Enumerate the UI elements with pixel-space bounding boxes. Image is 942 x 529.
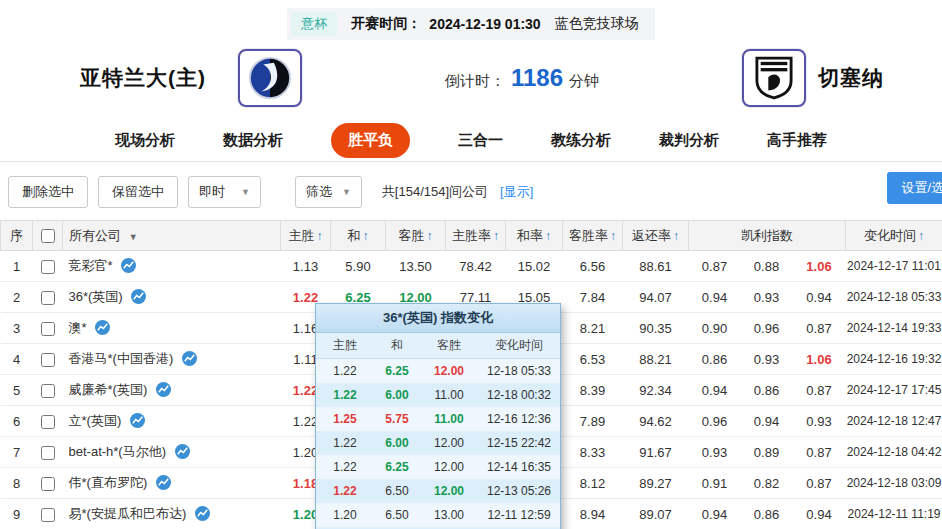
kelly-home: 0.86	[689, 344, 741, 375]
odds-trend-icon[interactable]	[182, 351, 197, 366]
sort-asc-icon[interactable]: ↑	[673, 229, 679, 243]
company-name[interactable]: 伟*(直布罗陀)	[69, 475, 148, 490]
change-time: 2024-12-14 19:33	[846, 313, 942, 344]
popup-home-odds: 1.20	[316, 508, 374, 522]
row-checkbox[interactable]	[41, 384, 55, 398]
odds-trend-icon[interactable]	[121, 258, 136, 273]
popup-home-odds: 1.22	[316, 364, 374, 378]
header-away-rate: 客胜率	[569, 228, 608, 243]
popup-row: 1.20 6.50 13.00 12-11 12:59	[316, 503, 560, 527]
nav-tab[interactable]: 裁判分析	[659, 131, 719, 150]
return-rate: 94.07	[623, 282, 689, 313]
popup-body: 1.22 6.25 12.00 12-18 05:33 1.22 6.00 11…	[316, 359, 560, 529]
company-name[interactable]: 36*(英国)	[69, 289, 123, 304]
away-side: 切塞纳	[742, 49, 884, 107]
return-rate: 90.35	[623, 313, 689, 344]
odds-toolbar: 删除选中 保留选中 即时 ▼ 筛选 ▼ 共[154/154]间公司 [显示] 设…	[0, 162, 942, 218]
company-name[interactable]: 立*(英国)	[69, 413, 122, 428]
return-rate: 88.21	[623, 344, 689, 375]
delete-selected-button[interactable]: 删除选中	[8, 176, 88, 208]
kelly-draw: 0.86	[741, 499, 793, 529]
change-time: 2024-12-17 17:45	[846, 375, 942, 406]
company-name[interactable]: 澳*	[69, 320, 87, 335]
sort-asc-icon[interactable]: ↑	[427, 229, 433, 243]
nav-tab[interactable]: 教练分析	[551, 131, 611, 150]
nav-tab[interactable]: 三合一	[458, 131, 503, 150]
popup-away-odds: 12.00	[420, 460, 478, 474]
filter-label: 筛选	[306, 183, 332, 201]
select-all-checkbox[interactable]	[41, 229, 55, 243]
row-checkbox[interactable]	[41, 415, 55, 429]
nav-tab[interactable]: 胜平负	[331, 123, 410, 158]
sort-asc-icon[interactable]: ↑	[610, 229, 616, 243]
row-checkbox[interactable]	[41, 446, 55, 460]
away-rate: 8.94	[563, 499, 623, 529]
header-draw: 和	[348, 228, 361, 243]
sort-asc-icon[interactable]: ↑	[493, 229, 499, 243]
popup-header-row: 主胜 和 客胜 变化时间	[316, 333, 560, 359]
kelly-home: 0.96	[689, 406, 741, 437]
row-checkbox[interactable]	[41, 322, 55, 336]
sort-asc-icon[interactable]: ↑	[363, 229, 369, 243]
away-rate: 8.39	[563, 375, 623, 406]
time-mode-dropdown[interactable]: 即时 ▼	[188, 176, 261, 208]
home-team-logo	[238, 49, 302, 107]
kelly-home: 0.91	[689, 468, 741, 499]
popup-change-time: 12-16 12:36	[478, 412, 560, 426]
kelly-away: 0.94	[793, 499, 846, 529]
sort-asc-icon[interactable]: ↑	[317, 229, 323, 243]
row-checkbox[interactable]	[41, 508, 55, 522]
nav-tab[interactable]: 数据分析	[223, 131, 283, 150]
nav-tab[interactable]: 高手推荐	[767, 131, 827, 150]
league-badge: 意杯	[291, 12, 337, 36]
kelly-home: 0.93	[689, 437, 741, 468]
chevron-down-icon[interactable]: ▼	[129, 232, 138, 242]
kelly-home: 0.94	[689, 375, 741, 406]
popup-change-time: 12-18 05:33	[478, 364, 560, 378]
company-name[interactable]: 竞彩官*	[69, 258, 113, 273]
away-rate: 7.84	[563, 282, 623, 313]
countdown-label: 倒计时：	[445, 72, 505, 91]
away-rate: 8.33	[563, 437, 623, 468]
odds-trend-icon[interactable]	[156, 382, 171, 397]
popup-home-odds: 1.25	[316, 412, 374, 426]
row-checkbox[interactable]	[41, 477, 55, 491]
kelly-away: 0.87	[793, 468, 846, 499]
popup-home-odds: 1.22	[316, 388, 374, 402]
company-name[interactable]: bet-at-h*(马尔他)	[69, 444, 167, 459]
countdown-value: 1186	[511, 64, 563, 92]
sort-asc-icon[interactable]: ↑	[918, 229, 924, 243]
popup-row: 1.22 6.00 12.00 12-15 22:42	[316, 431, 560, 455]
popup-row: 1.22 6.00 11.00 12-18 00:32	[316, 383, 560, 407]
row-checkbox[interactable]	[41, 291, 55, 305]
row-checkbox[interactable]	[41, 353, 55, 367]
kelly-home: 0.90	[689, 313, 741, 344]
company-name[interactable]: 易*(安提瓜和巴布达)	[69, 506, 187, 521]
company-name[interactable]: 香港马*(中国香港)	[69, 351, 174, 366]
row-seq: 8	[1, 468, 33, 499]
keep-selected-button[interactable]: 保留选中	[98, 176, 178, 208]
odds-trend-icon[interactable]	[130, 413, 145, 428]
countdown: 倒计时： 1186 分钟	[445, 64, 599, 92]
popup-change-time: 12-15 22:42	[478, 436, 560, 450]
nav-tab[interactable]: 现场分析	[115, 131, 175, 150]
odds-trend-icon[interactable]	[95, 320, 110, 335]
filter-dropdown[interactable]: 筛选 ▼	[295, 176, 362, 208]
row-seq: 7	[1, 437, 33, 468]
odds-trend-icon[interactable]	[156, 475, 171, 490]
row-checkbox[interactable]	[41, 260, 55, 274]
odds-trend-icon[interactable]	[131, 289, 146, 304]
odds-trend-icon[interactable]	[175, 444, 190, 459]
home-odds: 1.13	[281, 251, 331, 282]
settings-button[interactable]: 设置/选	[887, 172, 942, 204]
sort-asc-icon[interactable]: ↑	[545, 229, 551, 243]
company-name[interactable]: 威廉希*(英国)	[69, 382, 148, 397]
home-team-name: 亚特兰大(主)	[80, 64, 206, 92]
home-side: 亚特兰大(主)	[80, 49, 302, 107]
odds-trend-icon[interactable]	[195, 506, 210, 521]
popup-row: 1.25 5.75 11.00 12-16 12:36	[316, 407, 560, 431]
home-rate: 78.42	[446, 251, 506, 282]
away-rate: 8.12	[563, 468, 623, 499]
show-link[interactable]: [显示]	[500, 183, 533, 201]
row-seq: 9	[1, 499, 33, 529]
